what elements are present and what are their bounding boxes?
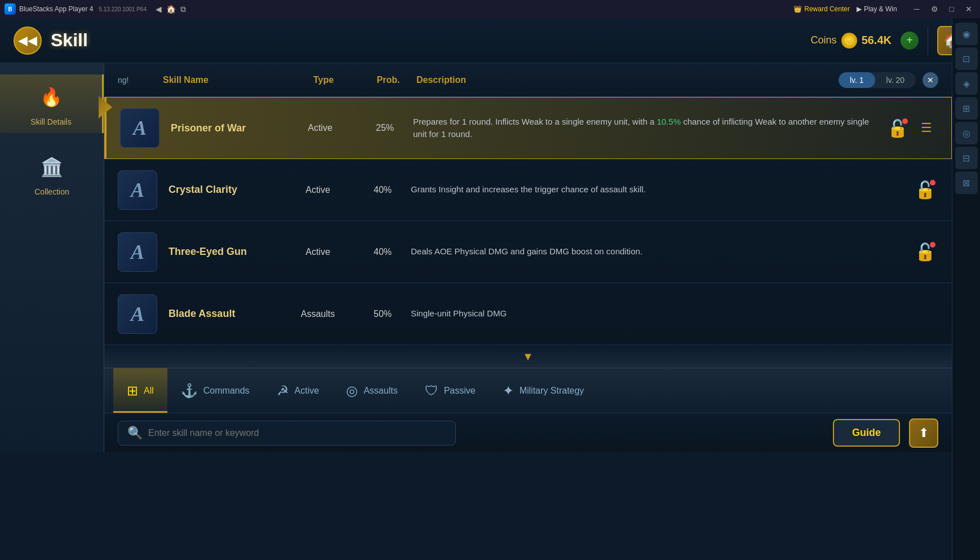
tab-military-strategy[interactable]: ✦ Military Strategy xyxy=(489,368,598,413)
coins-label: Coins xyxy=(811,34,837,46)
tab-all[interactable]: ⊞ All xyxy=(113,368,167,413)
col-header-skillname: Skill Name xyxy=(163,75,287,85)
sidebar-right-btn-1[interactable]: ◉ xyxy=(955,23,978,45)
close-button[interactable]: ✕ xyxy=(923,72,938,88)
divider xyxy=(928,27,928,55)
app-name: BlueStacks App Player 4 xyxy=(19,5,93,13)
tab-assaults[interactable]: ◎ Assaults xyxy=(332,368,411,413)
skill-desc-three-eyed-gun: Deals AOE Physical DMG and gains DMG boo… xyxy=(411,245,911,258)
settings-button[interactable]: ⚙ xyxy=(928,3,942,15)
skill-desc-blade-assault: Single-unit Physical DMG xyxy=(411,307,938,320)
coins-display: Coins 🪙 56.4K xyxy=(811,33,892,48)
tab-military-strategy-label: Military Strategy xyxy=(520,386,584,396)
skill-row-prisoner-of-war[interactable]: A Prisoner of War Active 25% Prepares fo… xyxy=(104,97,952,159)
skill-menu-button[interactable]: ☰ xyxy=(915,117,938,139)
level-toggle[interactable]: lv. 1 lv. 20 xyxy=(839,72,916,88)
close-button[interactable]: ✕ xyxy=(962,3,975,15)
level-low-button[interactable]: lv. 1 xyxy=(839,72,875,88)
sidebar-right-btn-5[interactable]: ◎ xyxy=(955,122,978,144)
col-header-type: Type xyxy=(287,75,360,85)
history-button[interactable]: ⧉ xyxy=(180,5,186,14)
scroll-indicator: ▼ xyxy=(104,345,952,368)
tab-military-strategy-icon: ✦ xyxy=(503,383,514,399)
back-arrow-button[interactable]: ◀◀ xyxy=(14,27,42,55)
skill-type-three-eyed-gun: Active xyxy=(281,247,354,257)
skill-type-crystal-clarity: Active xyxy=(281,185,354,195)
lock-icon-crystal-clarity: 🔓 xyxy=(915,180,935,200)
skill-icon-prisoner-of-war: A xyxy=(120,108,159,148)
minimize-button[interactable]: ─ xyxy=(911,3,923,15)
app-logo-icon: B xyxy=(5,3,16,15)
coins-amount: 56.4K xyxy=(862,34,892,47)
search-container: 🔍 xyxy=(118,421,456,446)
app-version: 5.13.220.1001 P64 xyxy=(99,6,147,12)
tab-commands-label: Commands xyxy=(203,386,250,396)
skill-icon-three-eyed-gun: A xyxy=(118,232,157,272)
skills-panel: ng! Skill Name Type Prob. Description lv… xyxy=(104,63,952,452)
header-right: Coins 🪙 56.4K + 🏠 xyxy=(811,26,966,55)
skill-row-blade-assault[interactable]: A Blade Assault Assaults 50% Single-unit… xyxy=(104,283,952,345)
tab-active-icon: ☭ xyxy=(277,383,289,399)
titlebar-right: 👑 Reward Center ▶ Play & Win ─ ⚙ □ ✕ xyxy=(793,3,975,15)
skill-type-blade-assault: Assaults xyxy=(281,309,354,319)
lock-dot-three-eyed-gun xyxy=(930,242,935,248)
skill-desc-crystal-clarity: Grants Insight and increases the trigger… xyxy=(411,183,911,196)
skill-row-crystal-clarity[interactable]: A Crystal Clarity Active 40% Grants Insi… xyxy=(104,159,952,221)
sidebar-right-btn-2[interactable]: ⊡ xyxy=(955,47,978,70)
skill-lock-prisoner-of-war[interactable]: 🔓 xyxy=(884,114,911,142)
tab-assaults-label: Assaults xyxy=(363,386,397,396)
sidebar-item-skill-details[interactable]: 🔥 Skill Details xyxy=(0,74,104,133)
skill-name-three-eyed-gun: Three-Eyed Gun xyxy=(168,246,281,258)
skill-lock-three-eyed-gun[interactable]: 🔓 xyxy=(911,239,938,266)
titlebar: B BlueStacks App Player 4 5.13.220.1001 … xyxy=(0,0,980,18)
sidebar-right-btn-4[interactable]: ⊞ xyxy=(955,97,978,120)
sidebar-right-btn-6[interactable]: ⊟ xyxy=(955,147,978,169)
search-input[interactable] xyxy=(148,428,446,438)
guide-button[interactable]: Guide xyxy=(833,419,900,447)
sidebar-item-collection[interactable]: 🏛️ Collection xyxy=(0,144,104,203)
back-button[interactable]: ◀ xyxy=(156,5,162,14)
skill-icon-blade-assault: A xyxy=(118,294,157,334)
skill-name-blade-assault: Blade Assault xyxy=(168,308,281,320)
page-title: Skill xyxy=(51,30,88,51)
skill-desc-prisoner-of-war: Prepares for 1 round. Inflicts Weak to a… xyxy=(413,116,884,141)
maximize-button[interactable]: □ xyxy=(946,3,957,15)
skill-list: A Prisoner of War Active 25% Prepares fo… xyxy=(104,97,952,368)
col-header-desc: Description xyxy=(416,75,839,85)
bottom-bar: 🔍 Guide ⬆ xyxy=(104,413,952,452)
home-nav-button[interactable]: 🏠 xyxy=(166,5,176,14)
skill-details-icon: 🔥 xyxy=(36,81,67,113)
app-logo: B BlueStacks App Player 4 5.13.220.1001 … xyxy=(5,3,147,15)
titlebar-nav: ◀ 🏠 ⧉ xyxy=(156,5,186,14)
left-sidebar: 🔥 Skill Details 🏛️ Collection xyxy=(0,63,104,452)
col-header-prob: Prob. xyxy=(360,75,416,85)
reward-center-label: Reward Center xyxy=(804,5,850,13)
skill-row-three-eyed-gun[interactable]: A Three-Eyed Gun Active 40% Deals AOE Ph… xyxy=(104,221,952,283)
tab-all-label: All xyxy=(144,386,154,396)
reward-center-button[interactable]: 👑 Reward Center xyxy=(793,5,850,13)
skill-lock-crystal-clarity[interactable]: 🔓 xyxy=(911,177,938,204)
lock-dot xyxy=(902,118,908,124)
tab-all-icon: ⊞ xyxy=(127,383,138,399)
play-win-label: Play & Win xyxy=(864,5,897,13)
tab-assaults-icon: ◎ xyxy=(346,383,358,399)
add-coins-button[interactable]: + xyxy=(901,32,919,50)
tab-commands[interactable]: ⚓ Commands xyxy=(167,368,263,413)
coin-icon: 🪙 xyxy=(841,33,857,48)
crown-icon: 👑 xyxy=(793,5,802,13)
tab-passive-icon: 🛡 xyxy=(425,383,438,399)
tab-active[interactable]: ☭ Active xyxy=(263,368,333,413)
sidebar-right-btn-7[interactable]: ⊠ xyxy=(955,171,978,194)
lock-icon-three-eyed-gun: 🔓 xyxy=(915,242,935,262)
sidebar-right-btn-3[interactable]: ◈ xyxy=(955,72,978,95)
lock-dot-crystal-clarity xyxy=(930,180,935,186)
app-header: ◀◀ Skill Coins 🪙 56.4K + 🏠 xyxy=(0,18,980,63)
lock-icon: 🔓 xyxy=(887,118,908,138)
level-high-button[interactable]: lv. 20 xyxy=(875,72,916,88)
collection-label: Collection xyxy=(34,187,69,196)
skill-name-prisoner-of-war: Prisoner of War xyxy=(171,122,283,134)
tab-active-label: Active xyxy=(295,386,320,396)
share-button[interactable]: ⬆ xyxy=(909,418,938,448)
play-win-button[interactable]: ▶ Play & Win xyxy=(857,5,897,13)
tab-passive[interactable]: 🛡 Passive xyxy=(411,368,489,413)
